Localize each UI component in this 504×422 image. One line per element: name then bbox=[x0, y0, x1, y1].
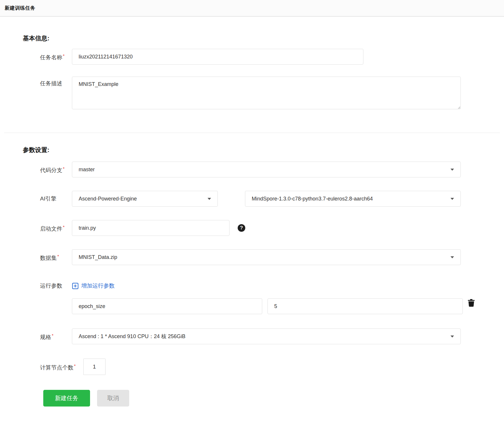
boot-file-label: 启动文件* bbox=[40, 224, 72, 232]
run-params-row: 运行参数 增加运行参数 bbox=[40, 282, 504, 290]
add-run-param-link[interactable]: 增加运行参数 bbox=[72, 282, 115, 290]
dataset-select[interactable]: MNIST_Data.zip bbox=[72, 249, 461, 265]
chevron-down-icon bbox=[208, 198, 211, 200]
code-branch-row: 代码分支* master bbox=[40, 162, 504, 177]
run-param-value-input[interactable] bbox=[267, 298, 463, 314]
engine-version-value: MindSpore-1.3.0-c78-python3.7-euleros2.8… bbox=[252, 196, 373, 202]
required-asterisk: * bbox=[63, 224, 65, 229]
delete-param-button[interactable] bbox=[468, 299, 475, 308]
code-branch-value: master bbox=[79, 167, 95, 173]
required-asterisk: * bbox=[63, 53, 65, 58]
engine-version-select[interactable]: MindSpore-1.3.0-c78-python3.7-euleros2.8… bbox=[245, 191, 461, 207]
task-desc-row: 任务描述 MNIST_Example bbox=[40, 77, 504, 109]
action-buttons: 新建任务 取消 bbox=[43, 390, 504, 407]
run-param-key-input[interactable] bbox=[72, 298, 262, 314]
help-question-icon[interactable]: ? bbox=[238, 224, 245, 232]
node-count-input[interactable] bbox=[83, 359, 106, 375]
chevron-down-icon bbox=[451, 256, 454, 258]
code-branch-label: 代码分支* bbox=[40, 165, 72, 174]
code-branch-select[interactable]: master bbox=[72, 162, 461, 177]
required-asterisk: * bbox=[57, 254, 59, 259]
chevron-down-icon bbox=[451, 335, 454, 338]
node-count-row: 计算节点个数* bbox=[40, 359, 504, 375]
trash-icon bbox=[468, 299, 475, 308]
required-asterisk: * bbox=[52, 333, 53, 338]
ai-engine-value: Ascend-Powered-Engine bbox=[79, 196, 137, 202]
dataset-value: MNIST_Data.zip bbox=[79, 254, 117, 260]
node-count-label: 计算节点个数* bbox=[40, 362, 76, 371]
ai-engine-select[interactable]: Ascend-Powered-Engine bbox=[72, 191, 218, 207]
task-desc-textarea[interactable]: MNIST_Example bbox=[72, 77, 461, 109]
boot-file-input[interactable] bbox=[72, 220, 229, 236]
section-divider bbox=[4, 133, 500, 133]
create-task-button[interactable]: 新建任务 bbox=[43, 390, 90, 407]
ai-engine-row: AI引擎 Ascend-Powered-Engine MindSpore-1.3… bbox=[40, 191, 504, 207]
spec-label: 规格* bbox=[40, 332, 72, 341]
task-name-row: 任务名称* bbox=[40, 49, 504, 65]
dataset-label: 数据集* bbox=[40, 253, 72, 262]
cancel-button[interactable]: 取消 bbox=[97, 390, 129, 407]
required-asterisk: * bbox=[74, 363, 76, 368]
dataset-row: 数据集* MNIST_Data.zip bbox=[40, 249, 504, 265]
task-name-input[interactable] bbox=[72, 49, 363, 65]
page-header: 新建训练任务 bbox=[0, 0, 504, 17]
basic-info-heading: 基本信息: bbox=[23, 34, 504, 42]
add-run-param-text: 增加运行参数 bbox=[81, 282, 115, 290]
page-title: 新建训练任务 bbox=[5, 5, 35, 11]
task-name-label: 任务名称* bbox=[40, 52, 72, 61]
chevron-down-icon bbox=[451, 198, 454, 200]
plus-square-icon bbox=[72, 283, 79, 289]
spec-row: 规格* Ascend : 1 * Ascend 910 CPU：24 核 256… bbox=[40, 328, 504, 344]
spec-select[interactable]: Ascend : 1 * Ascend 910 CPU：24 核 256GiB bbox=[72, 328, 461, 344]
chevron-down-icon bbox=[451, 169, 454, 171]
task-desc-label: 任务描述 bbox=[40, 77, 72, 87]
run-param-kv-row bbox=[72, 298, 504, 314]
ai-engine-label: AI引擎 bbox=[40, 195, 72, 202]
param-settings-heading: 参数设置: bbox=[23, 146, 504, 154]
run-params-label: 运行参数 bbox=[40, 282, 72, 289]
required-asterisk: * bbox=[63, 166, 65, 171]
boot-file-row: 启动文件* ? bbox=[40, 220, 504, 236]
spec-value: Ascend : 1 * Ascend 910 CPU：24 核 256GiB bbox=[79, 333, 185, 340]
